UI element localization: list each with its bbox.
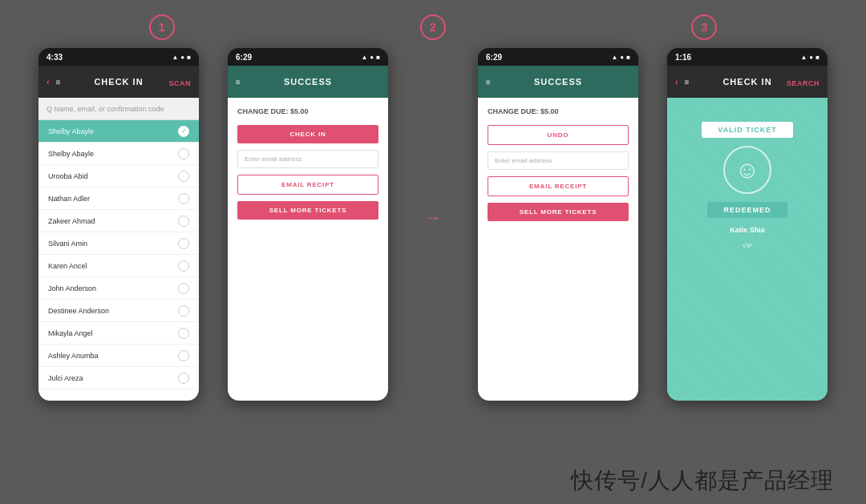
phone-4-search-button[interactable]: SEARCH [787, 79, 819, 87]
list-item[interactable]: Mikayla Angel [38, 322, 199, 345]
list-item[interactable]: Karen Ancel [38, 255, 199, 277]
phone-3-undo-button[interactable]: UNDO [488, 125, 629, 145]
phone-4: 1:16 ▲ ● ■ ‹ ≡ CHECK IN SEARCH VALID TIC… [667, 48, 828, 401]
phone-3-sell-more-button[interactable]: SELL MORE TICKETS [488, 203, 629, 221]
phone-1-search-placeholder: Q Name, email, or confirmation code [47, 105, 164, 113]
check-circle [178, 238, 189, 249]
watermark: 快传号/人人都是产品经理 [571, 466, 834, 496]
phone-3-screen: CHANGE DUE: $5.00 UNDO Enter email addre… [478, 98, 638, 401]
step-2-circle: 2 [420, 14, 446, 40]
phone-3-nav-bar: ≡ SUCCESS [478, 66, 638, 98]
check-circle [178, 283, 189, 294]
step-numbers-row: 1 2 3 [0, 0, 866, 48]
list-item[interactable]: Destinee Anderson [38, 300, 199, 322]
step-3-circle: 3 [691, 14, 717, 40]
phone-2-change-due: CHANGE DUE: $5.00 [237, 107, 378, 115]
phone-1-nav-bar: ‹ ≡ CHECK IN SCAN [38, 66, 199, 98]
phone-2: 6:29 ▲ ● ■ ≡ SUCCESS CHANGE DUE: $5.00 C… [228, 48, 388, 401]
phone-2-checkin-button[interactable]: CHECK IN [237, 125, 378, 143]
phones-row: 4:33 ▲ ● ■ ‹ ≡ CHECK IN SCAN Q Name, ema… [24, 48, 842, 432]
step-2-label: 2 [430, 21, 436, 34]
attendee-name: Shelby Abayle [48, 127, 94, 135]
check-circle [178, 260, 189, 272]
list-item[interactable]: Shelby Abayle [38, 143, 199, 165]
list-item[interactable]: John Anderson [38, 277, 199, 300]
phone-1-status-bar: 4:33 ▲ ● ■ [38, 48, 199, 66]
redeemed-badge: REDEEMED [707, 202, 787, 218]
phone-4-menu-icon[interactable]: ≡ [685, 78, 690, 87]
attendee-name: Zakeer Ahmad [48, 217, 95, 225]
list-item[interactable]: Silvani Amin [38, 232, 199, 255]
list-item[interactable]: Shelby Abayle [38, 120, 199, 143]
check-circle [178, 305, 189, 317]
list-item[interactable]: Julci Areza [38, 367, 199, 389]
phone-2-sell-more-button[interactable]: SELL MORE TICKETS [237, 201, 378, 220]
phone-3: 6:29 ▲ ● ■ ≡ SUCCESS CHANGE DUE: $5.00 U… [478, 48, 638, 401]
attendee-name: John Anderson [48, 284, 96, 292]
phone-3-change-due: CHANGE DUE: $5.00 [488, 107, 629, 115]
phone-2-screen: CHANGE DUE: $5.00 CHECK IN Enter email a… [228, 98, 388, 401]
attendee-name: Karen Ancel [48, 262, 87, 270]
attendee-name: Destinee Anderson [48, 307, 109, 315]
phone-3-email-receipt-button[interactable]: EMAIL RECEIPT [488, 176, 629, 196]
attendee-name: Shelby Abayle [48, 150, 94, 158]
step-1-circle: 1 [149, 14, 175, 40]
phone-1-scan-button[interactable]: SCAN [168, 79, 191, 87]
phone-2-email-input[interactable]: Enter email address [237, 150, 378, 168]
step-1-label: 1 [159, 21, 165, 34]
phone-1-nav-left: ‹ ≡ [47, 77, 61, 87]
phone-3-time: 6:29 [486, 53, 502, 62]
ticket-type: VIP [743, 242, 753, 249]
phone-2-success-content: CHANGE DUE: $5.00 CHECK IN Enter email a… [228, 98, 388, 401]
right-arrow-icon: → [425, 208, 441, 227]
phone-4-status-icons: ▲ ● ■ [800, 54, 819, 61]
attendee-name: Nathan Adler [48, 195, 90, 203]
phone-3-menu-icon[interactable]: ≡ [486, 78, 491, 87]
check-circle [178, 148, 189, 159]
phone-1-attendee-list: Shelby Abayle Shelby Abayle Urooba Abid … [38, 120, 199, 401]
list-item[interactable]: Ashley Anumba [38, 345, 199, 367]
phone-2-email-receipt-button[interactable]: EMAIL RECIPT [237, 175, 378, 195]
phone-1-menu-icon[interactable]: ≡ [56, 78, 61, 87]
check-circle [178, 126, 189, 137]
phone-1: 4:33 ▲ ● ■ ‹ ≡ CHECK IN SCAN Q Name, ema… [38, 48, 199, 401]
list-item[interactable]: Urooba Abid [38, 165, 199, 187]
check-circle [178, 216, 189, 227]
attendee-name: Ashley Anumba [48, 352, 99, 360]
phone-2-status-icons: ▲ ● ■ [361, 54, 380, 61]
check-circle [178, 193, 189, 204]
phone-1-nav-title: CHECK IN [94, 77, 143, 87]
phone-4-nav-right: SEARCH [787, 75, 819, 89]
attendee-name: Julci Areza [48, 374, 83, 382]
phone-1-nav-right: SCAN [168, 75, 191, 89]
phone-3-email-input[interactable]: Enter email address [488, 151, 629, 170]
phone-3-status-icons: ▲ ● ■ [611, 54, 630, 61]
valid-ticket-badge: VALID TICKET [702, 122, 792, 138]
phone-1-screen: Q Name, email, or confirmation code Shel… [38, 98, 199, 401]
phone-2-menu-icon[interactable]: ≡ [236, 78, 241, 87]
phone-1-time: 4:33 [47, 53, 63, 62]
phone-4-back-icon[interactable]: ‹ [675, 77, 678, 87]
attendee-name: Silvani Amin [48, 240, 87, 248]
phone-2-nav-title: SUCCESS [284, 77, 332, 87]
phone-1-status-icons: ▲ ● ■ [172, 54, 191, 61]
phone-3-nav-title: SUCCESS [534, 77, 582, 87]
phone-3-nav-left: ≡ [486, 78, 491, 87]
phone-4-nav-title: CHECK IN [722, 77, 771, 87]
avatar: ☺ [723, 146, 771, 194]
person-icon: ☺ [735, 156, 760, 183]
ticket-holder-name: Katie Shia [730, 226, 765, 234]
list-item[interactable]: Zakeer Ahmad [38, 210, 199, 232]
step-3-label: 3 [701, 21, 707, 34]
attendee-name: Urooba Abid [48, 172, 88, 180]
phone-1-search-bar[interactable]: Q Name, email, or confirmation code [38, 98, 199, 120]
phone-2-nav-left: ≡ [236, 78, 241, 87]
phone-4-nav-bar: ‹ ≡ CHECK IN SEARCH [667, 66, 828, 98]
check-circle [178, 350, 189, 361]
check-circle [178, 373, 189, 384]
phone-4-nav-left: ‹ ≡ [675, 77, 690, 87]
flow-arrow: → [417, 208, 449, 227]
list-item[interactable]: Nathan Adler [38, 187, 199, 210]
phone-1-back-icon[interactable]: ‹ [47, 77, 50, 87]
phone-2-nav-bar: ≡ SUCCESS [228, 66, 388, 98]
